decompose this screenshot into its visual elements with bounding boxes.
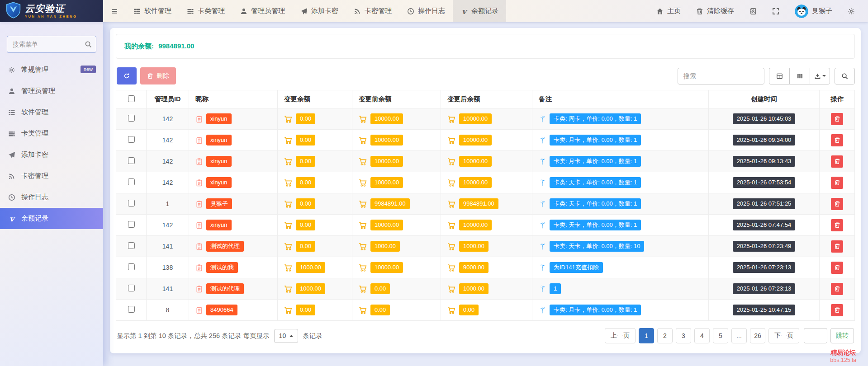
jump-button[interactable]: 跳转: [830, 328, 854, 343]
top-nav-item[interactable]: 卡密管理: [346, 0, 399, 22]
created-badge: 2025-01-26 09:34:00: [733, 135, 796, 145]
cart-icon: [284, 221, 293, 229]
palm-icon: [539, 200, 546, 208]
card-view-icon: [776, 73, 783, 80]
clipboard-icon: [195, 115, 203, 123]
row-delete-button[interactable]: [831, 262, 843, 274]
row-checkbox[interactable]: [128, 178, 135, 185]
search-button[interactable]: [835, 68, 855, 84]
row-checkbox[interactable]: [128, 285, 135, 291]
page-number-button[interactable]: 4: [694, 328, 710, 343]
page-number-button[interactable]: 3: [676, 328, 691, 343]
export-button[interactable]: [810, 68, 830, 84]
clear-cache-button[interactable]: 清除缓存: [688, 0, 742, 22]
top-nav-item[interactable]: 软件管理: [126, 0, 179, 22]
page-number-button[interactable]: 26: [750, 328, 765, 343]
col-after: 变更后余额: [441, 90, 532, 108]
sidebar-item[interactable]: 操作日志: [0, 187, 103, 208]
select-all-checkbox[interactable]: [128, 95, 135, 102]
page-number-button[interactable]: 5: [713, 328, 728, 343]
before-badge: 10000.00: [370, 113, 403, 124]
sidebar-item[interactable]: 添加卡密: [0, 144, 103, 165]
sidebar-search-input[interactable]: [7, 36, 96, 53]
topbar: 云安验证 YUN AN YAN ZHENG 软件管理卡类管理管理员管理添加卡密卡…: [0, 0, 868, 22]
palm-icon: [539, 115, 546, 123]
sidebar-item[interactable]: 卡类管理: [0, 123, 103, 144]
send-icon: [300, 8, 308, 15]
created-badge: 2025-01-26 07:23:13: [733, 262, 796, 273]
sidebar-item[interactable]: 卡密管理: [0, 165, 103, 187]
columns-button[interactable]: [789, 68, 810, 84]
table-row: 141测试的代理1000.000.001000.0012025-01-26 07…: [116, 278, 855, 300]
settings-button[interactable]: [840, 0, 863, 22]
row-delete-button[interactable]: [831, 113, 843, 125]
page-size-dropdown[interactable]: 10: [274, 329, 299, 343]
next-page-button[interactable]: 下一页: [768, 328, 799, 343]
table-search-input[interactable]: [678, 68, 764, 84]
sidebar-item[interactable]: 常规管理new: [0, 59, 103, 80]
cart-icon: [284, 179, 293, 187]
prev-page-button[interactable]: 上一页: [605, 328, 636, 343]
sidebar-item[interactable]: 管理员管理: [0, 80, 103, 102]
clock-icon: [407, 8, 414, 15]
remark-badge: 卡类: 月卡，单价: 0.00，数量: 1: [550, 156, 641, 167]
cart-icon: [447, 243, 456, 250]
sidebar-item[interactable]: 软件管理: [0, 102, 103, 123]
row-delete-button[interactable]: [831, 198, 843, 210]
page-number-button[interactable]: 1: [639, 328, 654, 343]
top-nav-item[interactable]: v余额记录: [453, 0, 506, 22]
columns-icon: [797, 73, 803, 80]
delete-selected-button[interactable]: 删除: [140, 67, 176, 84]
clipboard-icon: [195, 264, 203, 272]
row-checkbox[interactable]: [128, 263, 135, 270]
palm-icon: [539, 285, 546, 293]
row-checkbox[interactable]: [128, 136, 135, 143]
row-delete-button[interactable]: [831, 283, 843, 295]
sidebar-item-label: 操作日志: [21, 193, 48, 202]
row-checkbox[interactable]: [128, 115, 135, 122]
row-delete-button[interactable]: [831, 177, 843, 189]
row-checkbox[interactable]: [128, 242, 135, 249]
cart-icon: [359, 285, 367, 293]
top-nav-item[interactable]: 卡类管理: [179, 0, 232, 22]
row-delete-button[interactable]: [831, 219, 843, 231]
row-checkbox[interactable]: [128, 200, 135, 206]
cart-icon: [284, 136, 293, 144]
sidebar-item-label: 管理员管理: [21, 87, 55, 95]
top-nav-item[interactable]: 操作日志: [399, 0, 453, 22]
th-list-icon: [8, 109, 15, 116]
clipboard-icon: [195, 243, 203, 250]
top-nav-item[interactable]: 管理员管理: [232, 0, 293, 22]
home-button[interactable]: 主页: [649, 0, 688, 22]
before-badge: 10000.00: [370, 135, 403, 145]
sidebar-item[interactable]: v余额记录: [0, 208, 103, 229]
nickname-badge: xinyun: [206, 156, 232, 167]
row-checkbox[interactable]: [128, 221, 135, 228]
page-number-button[interactable]: 2: [657, 328, 673, 343]
user-menu[interactable]: 臭猴子: [787, 0, 840, 22]
palm-icon: [539, 158, 546, 165]
col-admin-id: 管理员ID: [147, 90, 189, 108]
refresh-button[interactable]: [117, 67, 137, 84]
logo-shield-icon: [6, 2, 21, 20]
card-view-button[interactable]: [769, 68, 789, 84]
created-badge: 2025-01-25 10:47:15: [733, 305, 796, 315]
remark-badge: 卡类: 月卡，单价: 0.00，数量: 1: [550, 135, 641, 145]
summary-prefix: 显示第 1 到第 10 条记录，总共 256 条记录 每页显示: [117, 332, 270, 340]
row-checkbox[interactable]: [128, 157, 135, 164]
jump-page-input[interactable]: [804, 328, 827, 343]
clipboard-icon: [195, 158, 203, 165]
palm-icon: [539, 264, 546, 272]
row-delete-button[interactable]: [831, 134, 843, 146]
row-delete-button[interactable]: [831, 155, 843, 168]
row-checkbox[interactable]: [128, 306, 135, 313]
row-delete-button[interactable]: [831, 304, 843, 316]
top-nav-label: 管理员管理: [251, 7, 285, 15]
row-delete-button[interactable]: [831, 240, 843, 253]
top-nav-item[interactable]: 添加卡密: [293, 0, 346, 22]
sidebar-toggle-button[interactable]: [103, 0, 126, 22]
watermark-title: 精易论坛: [830, 349, 856, 357]
fullscreen-button[interactable]: [764, 0, 787, 22]
change-badge: 0.00: [296, 113, 315, 124]
logs-button[interactable]: [742, 0, 764, 22]
